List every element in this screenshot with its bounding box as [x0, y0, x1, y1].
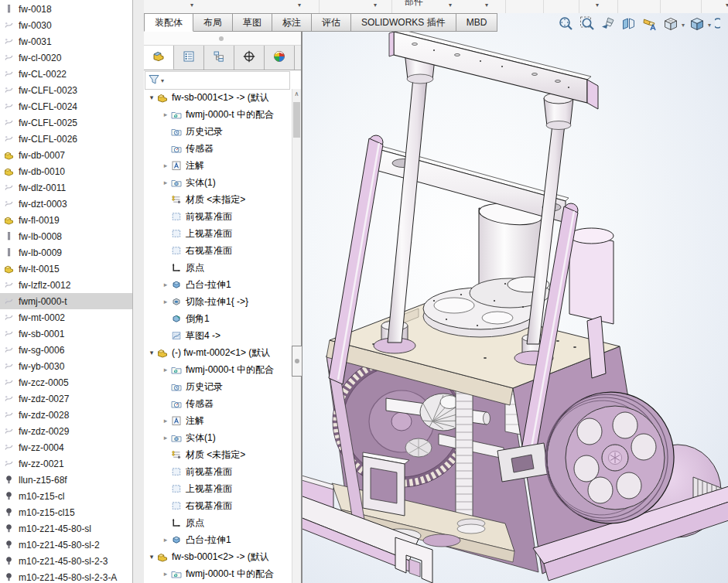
expand-arrow[interactable]: ▾ [147, 553, 156, 561]
ribbon-dropdown-caret[interactable]: ▾ [190, 2, 193, 9]
tab-sketch[interactable]: 草图 [233, 13, 272, 32]
tree-item[interactable]: 前视基准面 [144, 463, 292, 480]
file-list-item[interactable]: fw-CLFL-0026 [0, 131, 132, 147]
tree-item[interactable]: 传感器 [144, 395, 292, 412]
file-list-item[interactable]: fw-dzt-0003 [0, 196, 132, 212]
tree-item[interactable]: 材质 <未指定> [144, 191, 292, 208]
file-list-item[interactable]: m10-z15-cl [0, 488, 132, 504]
file-list-item[interactable]: fw-0018 [0, 1, 132, 17]
assembly-model[interactable] [302, 13, 728, 583]
scroll-thumb[interactable] [293, 102, 300, 138]
tree-item[interactable]: 倒角1 [144, 310, 292, 327]
file-list-item[interactable]: fw-lb-0008 [0, 228, 132, 244]
tree-item[interactable]: 原点 [144, 259, 292, 276]
file-list-item[interactable]: fw-lb-0009 [0, 244, 132, 261]
file-list-item[interactable]: fw-CLFL-0023 [0, 82, 132, 98]
model-frame-bracket[interactable] [363, 452, 409, 516]
file-list-item[interactable]: fw-0031 [0, 33, 132, 49]
expand-arrow[interactable]: ▸ [161, 179, 170, 186]
file-list-item[interactable]: fw-sb-0001 [0, 326, 132, 342]
tree-item[interactable]: ▾ fw-sb-0001<2> -> (默认 [144, 548, 292, 565]
tab-solidworks-addins[interactable]: SOLIDWORKS 插件 [351, 13, 456, 32]
tab-assembly[interactable]: 装配体 [144, 13, 193, 32]
panel-splitter-handle[interactable] [292, 346, 302, 377]
tree-item[interactable]: 右视基准面 [144, 497, 292, 514]
tree-item[interactable]: 历史记录 [144, 378, 292, 395]
file-list-item[interactable]: fw-dlz-0011 [0, 179, 132, 196]
tree-item[interactable]: 草图4 -> [144, 327, 292, 344]
tab-annotation[interactable]: 标注 [272, 13, 312, 32]
file-list-item[interactable]: fw-CL-0022 [0, 66, 132, 82]
expand-arrow[interactable]: ▸ [161, 111, 170, 118]
panel-tab-configurationmanager[interactable] [204, 46, 234, 70]
file-list-item[interactable]: fw-zdz-0027 [0, 390, 132, 407]
tree-item[interactable]: 历史记录 [144, 123, 292, 140]
expand-arrow[interactable]: ▾ [147, 94, 156, 101]
panel-tab-propertymanager[interactable] [174, 46, 204, 70]
expand-arrow[interactable]: ▸ [161, 281, 170, 288]
file-list-item[interactable]: m10-z21-45-80-sl-2 [0, 537, 132, 553]
file-list-item[interactable]: m10-z21-45-80-sl-2-3 [0, 553, 132, 569]
file-list-item[interactable]: fw-zdz-0028 [0, 407, 132, 423]
expand-arrow[interactable]: ▸ [161, 417, 170, 424]
dropdown-caret[interactable]: ▾ [708, 22, 711, 29]
tree-item[interactable]: 传感器 [144, 140, 292, 157]
tree-scrollbar[interactable]: ∧ [292, 89, 301, 583]
partial-edge-button[interactable] [715, 15, 720, 34]
model-feed-cylinder[interactable] [569, 228, 614, 324]
expand-arrow[interactable]: ▾ [147, 349, 156, 356]
tree-item[interactable]: ▾ fw-sb-0001<1> -> (默认 [144, 89, 292, 106]
tree-item[interactable]: 上视基准面 [144, 480, 292, 497]
tree-item[interactable]: 上视基准面 [144, 225, 292, 242]
dropdown-caret[interactable]: ▾ [682, 22, 685, 29]
file-list-item[interactable]: fw-0030 [0, 17, 132, 33]
previous-view-button[interactable] [600, 15, 617, 34]
ribbon-dropdown-caret[interactable]: ▾ [374, 2, 377, 9]
tree-item[interactable]: ▸ 切除-拉伸1{ ->} [144, 293, 292, 310]
expand-arrow[interactable]: ▸ [161, 162, 170, 169]
tree-item[interactable]: ▸ 实体(1) [144, 429, 292, 446]
ribbon-dropdown-caret[interactable]: ▾ [449, 2, 452, 9]
file-list-item[interactable]: fw-CLFL-0024 [0, 98, 132, 114]
panel-tab-displaymanager[interactable] [265, 46, 295, 70]
view-orientation-button[interactable] [662, 15, 679, 34]
scroll-up-arrow[interactable]: ∧ [292, 89, 301, 100]
file-list-item[interactable]: fwmj-0000-t [0, 293, 132, 309]
ribbon-dropdown-caret[interactable]: ▾ [485, 2, 488, 9]
file-list-item[interactable]: fw-zdz-0029 [0, 423, 132, 439]
tree-item[interactable]: ▾ (-) fw-mt-0002<1> (默认 [144, 344, 292, 361]
panel-tab-dimxpertmanager[interactable] [234, 46, 265, 70]
zoom-to-area-button[interactable] [579, 15, 596, 34]
graphics-area[interactable]: ▾▾ [302, 13, 728, 583]
file-list-item[interactable]: m10-z21-45-80-sl-2-3-A [0, 569, 132, 583]
file-list-item[interactable]: fw-fl-0019 [0, 212, 132, 228]
display-style-button[interactable] [689, 15, 706, 34]
file-list-item[interactable]: fw-lzflz-0012 [0, 277, 132, 293]
tree-item[interactable]: 前视基准面 [144, 208, 292, 225]
file-list-item[interactable]: fw-mt-0002 [0, 309, 132, 326]
tree-item[interactable]: ▸ 注解 [144, 412, 292, 429]
file-list-item[interactable]: fw-db-0010 [0, 163, 132, 179]
expand-arrow[interactable]: ▸ [161, 298, 170, 305]
file-list-item[interactable]: fw-cl-0020 [0, 49, 132, 66]
file-list-item[interactable]: fw-zcz-0005 [0, 374, 132, 390]
ribbon-dropdown-caret[interactable]: ▾ [596, 2, 599, 9]
file-list-item[interactable]: fw-yb-0030 [0, 358, 132, 374]
expand-arrow[interactable]: ▸ [161, 536, 170, 544]
tree-item[interactable]: ▸ 凸台-拉伸1 [144, 276, 292, 293]
filter-icon[interactable] [148, 73, 160, 87]
section-view-button[interactable] [620, 15, 637, 34]
filter-dropdown-caret[interactable]: ▾ [161, 77, 164, 84]
tree-item[interactable]: ▸ fwmj-0000-t 中的配合 [144, 106, 292, 123]
tree-item[interactable]: 右视基准面 [144, 242, 292, 259]
file-list-item[interactable]: m10-z21-45-80-sl [0, 520, 132, 537]
panel-tab-featuremanager-tree[interactable] [144, 46, 174, 70]
file-list-item[interactable]: llun-z15-68f [0, 472, 132, 488]
panel-top-splitter[interactable] [144, 32, 301, 46]
tree-item[interactable]: ▸ 凸台-拉伸1 [144, 531, 292, 548]
tab-layout[interactable]: 布局 [193, 13, 233, 32]
expand-arrow[interactable]: ▸ [161, 570, 170, 578]
zoom-to-fit-button[interactable] [558, 15, 575, 34]
tree-item[interactable]: ▸ fwmj-0000-t 中的配合 [144, 565, 292, 582]
file-list-item[interactable]: m10-z15-cl15 [0, 504, 132, 520]
